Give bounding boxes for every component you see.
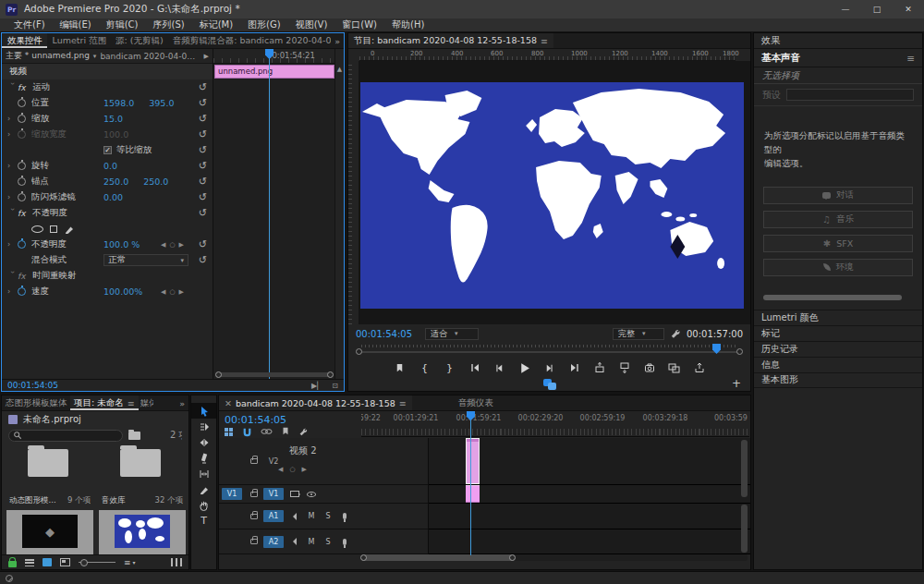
maximize-button[interactable]: □ bbox=[861, 0, 893, 18]
extract-button[interactable] bbox=[618, 361, 631, 374]
prev-keyframe-icon[interactable]: ◀ bbox=[161, 241, 165, 249]
add-keyframe-icon[interactable]: ○ bbox=[169, 288, 175, 296]
program-timecode[interactable]: 00:01:54:05 bbox=[356, 329, 412, 339]
selection-tool[interactable] bbox=[191, 403, 216, 419]
position-x-value[interactable]: 1598.0 bbox=[103, 98, 134, 108]
minimize-button[interactable]: — bbox=[830, 0, 861, 18]
stopwatch-icon[interactable] bbox=[18, 287, 26, 296]
voiceover-mic-icon[interactable] bbox=[343, 513, 346, 519]
tab-media-browser[interactable]: 媒体 bbox=[139, 395, 153, 410]
mark-in-button[interactable]: { bbox=[419, 361, 432, 374]
zoom-level-select[interactable]: 适合 ▾ bbox=[425, 328, 479, 340]
tab-effect-controls[interactable]: 效果控件 bbox=[2, 33, 47, 48]
chevron-expanded-icon[interactable]: › bbox=[8, 208, 17, 218]
reset-icon[interactable]: ↺ bbox=[199, 128, 207, 140]
reset-icon[interactable]: ↺ bbox=[199, 238, 207, 250]
speaker-icon[interactable] bbox=[289, 513, 297, 520]
folder-search-icon[interactable] bbox=[128, 432, 140, 440]
speaker-icon[interactable] bbox=[289, 538, 297, 545]
step-forward-button[interactable] bbox=[543, 361, 556, 374]
stopwatch-icon[interactable] bbox=[18, 99, 26, 107]
linked-selection-icon[interactable] bbox=[261, 427, 273, 436]
track-output-eye-icon[interactable] bbox=[307, 492, 316, 497]
stopwatch-icon[interactable] bbox=[18, 240, 26, 249]
chevron-down-icon[interactable]: ▾ bbox=[93, 53, 97, 60]
pen-mask-icon[interactable] bbox=[64, 224, 75, 235]
lift-button[interactable] bbox=[593, 361, 606, 374]
menu-view[interactable]: 视图(V) bbox=[289, 18, 334, 31]
sort-icons-button[interactable]: ≡▾ bbox=[124, 558, 136, 567]
dialogue-button[interactable]: 对话 bbox=[763, 187, 913, 204]
anchor-y-value[interactable]: 250.0 bbox=[143, 176, 168, 187]
play-button[interactable] bbox=[518, 361, 531, 374]
timeline-v-scrollbar[interactable] bbox=[741, 440, 748, 497]
step-back-button[interactable] bbox=[493, 361, 506, 374]
position-y-value[interactable]: 395.0 bbox=[149, 98, 174, 108]
source-v1-badge[interactable]: V1 bbox=[222, 488, 242, 500]
snap-magnet-icon[interactable] bbox=[242, 427, 252, 437]
tab-audio-meters[interactable]: 音频仪表 bbox=[453, 395, 499, 410]
menu-file[interactable]: 文件(F) bbox=[7, 18, 52, 31]
razor-tool[interactable] bbox=[191, 450, 216, 466]
chevron-expanded-icon[interactable]: › bbox=[8, 82, 17, 92]
track-v1-badge[interactable]: V1 bbox=[263, 488, 284, 500]
lumetri-color-header[interactable]: Lumetri 颜色 bbox=[754, 310, 922, 325]
icon-view-button[interactable] bbox=[43, 558, 52, 566]
reset-icon[interactable]: ↺ bbox=[199, 144, 207, 156]
search-input[interactable] bbox=[8, 430, 123, 442]
chevron-right-icon[interactable]: › bbox=[7, 240, 18, 249]
ec-clip-bar[interactable]: unnamed.png bbox=[214, 65, 334, 79]
prev-keyframe-icon[interactable]: ◀ bbox=[278, 466, 283, 473]
antiflicker-value[interactable]: 0.00 bbox=[103, 192, 123, 202]
voiceover-mic-icon[interactable] bbox=[343, 539, 346, 545]
bin-item[interactable]: 音效库32 个项 bbox=[98, 444, 187, 508]
track-a1-badge[interactable]: A1 bbox=[263, 510, 284, 522]
timeline-timecode[interactable]: 00:01:54:05 bbox=[225, 414, 286, 426]
menu-graphics[interactable]: 图形(G) bbox=[241, 18, 287, 31]
music-button[interactable]: ♫音乐 bbox=[763, 211, 913, 228]
markers-header[interactable]: 标记 bbox=[754, 325, 922, 341]
info-header[interactable]: 信息 bbox=[754, 357, 922, 372]
tab-overflow-icon[interactable]: » bbox=[331, 33, 344, 48]
panel-menu-icon[interactable]: ≡ bbox=[906, 53, 915, 64]
essential-sound-header[interactable]: 基本声音 ≡ bbox=[754, 49, 922, 67]
bin-item[interactable]: 动态图形模...9 个项 bbox=[6, 444, 94, 508]
tab-overflow-icon[interactable]: » bbox=[176, 395, 188, 410]
project-file-name[interactable]: 未命名.prproj bbox=[23, 413, 81, 426]
playback-resolution-select[interactable]: 完整 ▾ bbox=[613, 328, 664, 340]
toggle-effects-icon[interactable]: ⊡ bbox=[332, 382, 338, 390]
reset-icon[interactable]: ↺ bbox=[199, 191, 207, 203]
history-header[interactable]: 历史记录 bbox=[754, 341, 922, 357]
anchor-x-value[interactable]: 250.0 bbox=[103, 176, 128, 187]
tab-source-monitor[interactable]: 源: (无剪辑) bbox=[110, 33, 167, 48]
fx-badge-icon[interactable]: fx bbox=[18, 83, 32, 92]
chevron-expanded-icon[interactable]: › bbox=[8, 271, 17, 281]
opacity-value[interactable]: 100.0 % bbox=[103, 239, 140, 249]
scale-value[interactable]: 15.0 bbox=[103, 114, 123, 124]
nest-sequences-icon[interactable] bbox=[224, 427, 234, 437]
stopwatch-icon[interactable] bbox=[18, 115, 26, 123]
ec-timecode[interactable]: 00:01:54:05 bbox=[7, 381, 58, 390]
add-marker-icon[interactable] bbox=[281, 427, 290, 436]
solo-button[interactable]: S bbox=[322, 536, 334, 547]
reset-icon[interactable]: ↺ bbox=[199, 97, 207, 109]
reset-icon[interactable]: ↺ bbox=[199, 254, 207, 266]
tab-audio-clip-mixer[interactable]: 音频剪辑混合器: bandicam 2020-04-0 bbox=[167, 33, 331, 48]
tab-lumetri-scopes[interactable]: Lumetri 范围 bbox=[47, 33, 110, 48]
tab-program-monitor[interactable]: 节目: bandicam 2020-04-08 12-55-18-158 ≡ bbox=[348, 33, 553, 48]
mute-button[interactable]: M bbox=[306, 511, 317, 522]
clip-thumbnail-item[interactable]: ◆ bbox=[6, 510, 93, 554]
panel-menu-icon[interactable]: ≡ bbox=[399, 398, 407, 408]
ec-playhead-line[interactable] bbox=[269, 49, 270, 379]
stopwatch-icon[interactable] bbox=[18, 177, 26, 186]
ambience-button[interactable]: 环境 bbox=[763, 259, 913, 276]
track-v2-name[interactable]: 视频 2 bbox=[289, 444, 317, 457]
add-keyframe-icon[interactable]: ○ bbox=[289, 466, 295, 473]
chevron-right-icon[interactable]: › bbox=[7, 287, 18, 296]
prev-keyframe-icon[interactable]: ◀ bbox=[161, 288, 165, 296]
mute-button[interactable]: M bbox=[306, 536, 317, 547]
reset-icon[interactable]: ↺ bbox=[199, 160, 207, 172]
lock-icon[interactable] bbox=[250, 492, 258, 497]
track-select-tool[interactable] bbox=[191, 419, 216, 434]
clip-v2-selected[interactable] bbox=[466, 438, 480, 484]
